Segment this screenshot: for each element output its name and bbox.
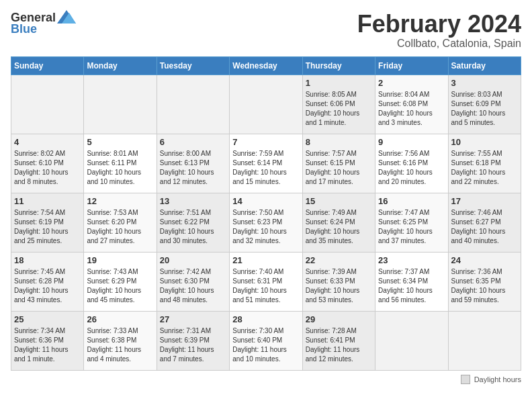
calendar-cell: 29Sunrise: 7:28 AM Sunset: 6:41 PM Dayli…	[302, 311, 375, 370]
calendar-cell: 14Sunrise: 7:50 AM Sunset: 6:23 PM Dayli…	[230, 193, 302, 252]
day-info: Sunrise: 7:45 AM Sunset: 6:28 PM Dayligh…	[14, 267, 81, 305]
calendar-cell: 3Sunrise: 8:03 AM Sunset: 6:09 PM Daylig…	[448, 75, 521, 134]
day-info: Sunrise: 7:49 AM Sunset: 6:24 PM Dayligh…	[306, 208, 372, 246]
day-number: 19	[87, 255, 153, 265]
calendar-cell: 7Sunrise: 7:59 AM Sunset: 6:14 PM Daylig…	[230, 134, 302, 193]
header-row: SundayMondayTuesdayWednesdayThursdayFrid…	[11, 56, 521, 75]
day-info: Sunrise: 7:51 AM Sunset: 6:22 PM Dayligh…	[160, 208, 226, 246]
weekday-header: Sunday	[11, 56, 84, 75]
calendar-week-row: 25Sunrise: 7:34 AM Sunset: 6:36 PM Dayli…	[11, 311, 521, 370]
day-info: Sunrise: 8:03 AM Sunset: 6:09 PM Dayligh…	[451, 90, 518, 128]
day-number: 9	[378, 137, 445, 147]
day-number: 27	[160, 314, 226, 324]
day-number: 4	[14, 137, 81, 147]
legend-box	[461, 375, 470, 384]
calendar-cell: 13Sunrise: 7:51 AM Sunset: 6:22 PM Dayli…	[157, 193, 229, 252]
calendar-cell: 24Sunrise: 7:36 AM Sunset: 6:35 PM Dayli…	[448, 252, 521, 311]
day-number: 28	[232, 314, 299, 324]
day-number: 8	[306, 137, 372, 147]
day-info: Sunrise: 7:53 AM Sunset: 6:20 PM Dayligh…	[87, 208, 153, 246]
day-number: 13	[160, 196, 226, 206]
calendar-cell: 27Sunrise: 7:31 AM Sunset: 6:39 PM Dayli…	[157, 311, 229, 370]
day-number: 23	[378, 255, 445, 265]
calendar-cell	[375, 311, 448, 370]
day-number: 12	[87, 196, 153, 206]
day-info: Sunrise: 7:34 AM Sunset: 6:36 PM Dayligh…	[14, 326, 81, 364]
calendar-cell: 11Sunrise: 7:54 AM Sunset: 6:19 PM Dayli…	[11, 193, 84, 252]
weekday-header: Saturday	[448, 56, 521, 75]
calendar-cell: 26Sunrise: 7:33 AM Sunset: 6:38 PM Dayli…	[84, 311, 157, 370]
weekday-header: Tuesday	[157, 56, 229, 75]
calendar-cell: 10Sunrise: 7:55 AM Sunset: 6:18 PM Dayli…	[448, 134, 521, 193]
day-info: Sunrise: 7:46 AM Sunset: 6:27 PM Dayligh…	[451, 208, 518, 246]
calendar-cell: 18Sunrise: 7:45 AM Sunset: 6:28 PM Dayli…	[11, 252, 84, 311]
day-number: 17	[451, 196, 518, 206]
day-info: Sunrise: 8:05 AM Sunset: 6:06 PM Dayligh…	[306, 90, 372, 128]
day-info: Sunrise: 8:02 AM Sunset: 6:10 PM Dayligh…	[14, 149, 81, 187]
calendar-cell: 6Sunrise: 8:00 AM Sunset: 6:13 PM Daylig…	[157, 134, 229, 193]
day-number: 5	[87, 137, 153, 147]
calendar-week-row: 18Sunrise: 7:45 AM Sunset: 6:28 PM Dayli…	[11, 252, 521, 311]
day-number: 6	[160, 137, 226, 147]
day-number: 29	[306, 314, 372, 324]
day-info: Sunrise: 8:00 AM Sunset: 6:13 PM Dayligh…	[160, 149, 226, 187]
day-number: 21	[232, 255, 299, 265]
calendar-cell: 12Sunrise: 7:53 AM Sunset: 6:20 PM Dayli…	[84, 193, 157, 252]
calendar-cell: 19Sunrise: 7:43 AM Sunset: 6:29 PM Dayli…	[84, 252, 157, 311]
calendar-cell: 28Sunrise: 7:30 AM Sunset: 6:40 PM Dayli…	[230, 311, 302, 370]
day-info: Sunrise: 7:39 AM Sunset: 6:33 PM Dayligh…	[306, 267, 372, 305]
day-number: 20	[160, 255, 226, 265]
calendar-cell: 21Sunrise: 7:40 AM Sunset: 6:31 PM Dayli…	[230, 252, 302, 311]
calendar-cell: 15Sunrise: 7:49 AM Sunset: 6:24 PM Dayli…	[302, 193, 375, 252]
day-info: Sunrise: 7:56 AM Sunset: 6:16 PM Dayligh…	[378, 149, 445, 187]
legend-label: Daylight hours	[474, 375, 521, 383]
day-number: 1	[306, 78, 372, 88]
day-info: Sunrise: 7:57 AM Sunset: 6:15 PM Dayligh…	[306, 149, 372, 187]
day-info: Sunrise: 7:54 AM Sunset: 6:19 PM Dayligh…	[14, 208, 81, 246]
day-info: Sunrise: 7:42 AM Sunset: 6:30 PM Dayligh…	[160, 267, 226, 305]
day-info: Sunrise: 8:01 AM Sunset: 6:11 PM Dayligh…	[87, 149, 153, 187]
day-info: Sunrise: 7:33 AM Sunset: 6:38 PM Dayligh…	[87, 326, 153, 364]
calendar-cell	[84, 75, 157, 134]
calendar-cell: 22Sunrise: 7:39 AM Sunset: 6:33 PM Dayli…	[302, 252, 375, 311]
day-info: Sunrise: 7:47 AM Sunset: 6:25 PM Dayligh…	[378, 208, 445, 246]
day-number: 14	[232, 196, 299, 206]
calendar-cell: 4Sunrise: 8:02 AM Sunset: 6:10 PM Daylig…	[11, 134, 84, 193]
day-number: 3	[451, 78, 518, 88]
calendar-week-row: 4Sunrise: 8:02 AM Sunset: 6:10 PM Daylig…	[11, 134, 521, 193]
day-info: Sunrise: 7:59 AM Sunset: 6:14 PM Dayligh…	[232, 149, 299, 187]
calendar-cell	[11, 75, 84, 134]
day-number: 10	[451, 137, 518, 147]
day-number: 7	[232, 137, 299, 147]
day-number: 16	[378, 196, 445, 206]
weekday-header: Friday	[375, 56, 448, 75]
weekday-header: Thursday	[302, 56, 375, 75]
calendar-cell: 1Sunrise: 8:05 AM Sunset: 6:06 PM Daylig…	[302, 75, 375, 134]
location-title: Collbato, Catalonia, Spain	[357, 38, 521, 50]
calendar-cell: 16Sunrise: 7:47 AM Sunset: 6:25 PM Dayli…	[375, 193, 448, 252]
calendar-cell	[448, 311, 521, 370]
calendar-cell	[157, 75, 229, 134]
day-number: 2	[378, 78, 445, 88]
day-info: Sunrise: 7:36 AM Sunset: 6:35 PM Dayligh…	[451, 267, 518, 305]
day-number: 24	[451, 255, 518, 265]
legend-area: Daylight hours	[11, 375, 521, 384]
day-number: 22	[306, 255, 372, 265]
logo-icon	[57, 10, 76, 24]
calendar-cell: 5Sunrise: 8:01 AM Sunset: 6:11 PM Daylig…	[84, 134, 157, 193]
day-number: 18	[14, 255, 81, 265]
calendar-cell: 9Sunrise: 7:56 AM Sunset: 6:16 PM Daylig…	[375, 134, 448, 193]
calendar-cell: 2Sunrise: 8:04 AM Sunset: 6:08 PM Daylig…	[375, 75, 448, 134]
calendar-cell: 23Sunrise: 7:37 AM Sunset: 6:34 PM Dayli…	[375, 252, 448, 311]
weekday-header: Wednesday	[230, 56, 302, 75]
logo-blue: Blue	[11, 22, 37, 36]
day-number: 25	[14, 314, 81, 324]
calendar-cell: 17Sunrise: 7:46 AM Sunset: 6:27 PM Dayli…	[448, 193, 521, 252]
calendar-week-row: 1Sunrise: 8:05 AM Sunset: 6:06 PM Daylig…	[11, 75, 521, 134]
day-info: Sunrise: 8:04 AM Sunset: 6:08 PM Dayligh…	[378, 90, 445, 128]
calendar-cell: 20Sunrise: 7:42 AM Sunset: 6:30 PM Dayli…	[157, 252, 229, 311]
day-info: Sunrise: 7:40 AM Sunset: 6:31 PM Dayligh…	[232, 267, 299, 305]
day-info: Sunrise: 7:31 AM Sunset: 6:39 PM Dayligh…	[160, 326, 226, 364]
day-info: Sunrise: 7:30 AM Sunset: 6:40 PM Dayligh…	[232, 326, 299, 364]
calendar-cell: 25Sunrise: 7:34 AM Sunset: 6:36 PM Dayli…	[11, 311, 84, 370]
